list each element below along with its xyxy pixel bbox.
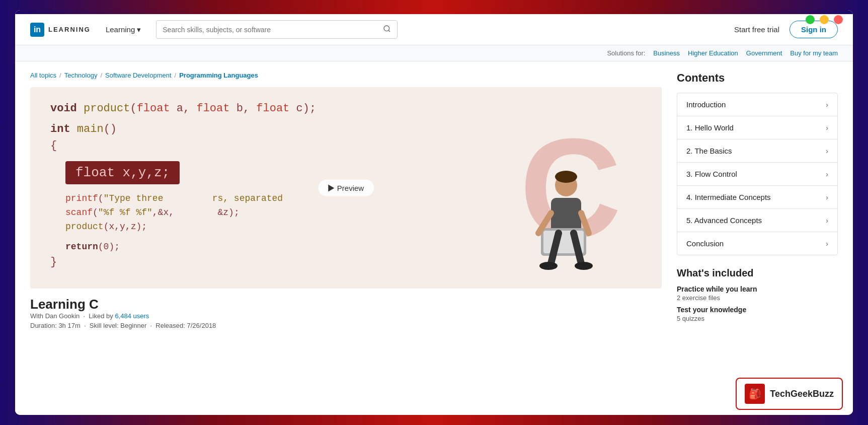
breadcrumb-programming-languages[interactable]: Programming Languages xyxy=(179,72,258,79)
top-gradient-bar xyxy=(15,10,853,14)
contents-item-the-basics[interactable]: 2. The Basics › xyxy=(677,139,837,163)
chevron-down-icon: › xyxy=(826,217,828,225)
video-container[interactable]: void product(float a, float b, float c);… xyxy=(30,87,662,289)
breadcrumb-technology[interactable]: Technology xyxy=(64,72,98,79)
svg-line-1 xyxy=(388,30,390,32)
course-details: Duration: 3h 17m · Skill level: Beginner… xyxy=(30,322,662,329)
learning-dropdown[interactable]: Learning ▾ xyxy=(101,22,146,37)
chevron-down-icon: › xyxy=(826,193,828,201)
traffic-lights xyxy=(806,15,843,24)
highlighted-code: float x,y,z; xyxy=(65,161,180,184)
solutions-business[interactable]: Business xyxy=(653,49,680,57)
traffic-light-green[interactable] xyxy=(806,15,815,24)
dropdown-chevron-icon: ▾ xyxy=(137,25,141,34)
included-knowledge-sub: 5 quizzes xyxy=(677,315,838,322)
svg-point-12 xyxy=(575,262,593,270)
included-knowledge: Test your knowledge 5 quizzes xyxy=(677,306,838,322)
what-included-title: What's included xyxy=(677,267,838,279)
solutions-label: Solutions for: xyxy=(607,49,645,57)
contents-item-intermediate-concepts[interactable]: 4. Intermediate Concepts › xyxy=(677,186,837,209)
contents-item-introduction[interactable]: Introduction › xyxy=(677,93,837,116)
linkedin-logo[interactable]: in LEARNING xyxy=(30,23,91,37)
traffic-light-yellow[interactable] xyxy=(820,15,829,24)
preview-label: Preview xyxy=(337,184,364,192)
search-bar xyxy=(156,20,398,39)
breadcrumb: All topics / Technology / Software Devel… xyxy=(30,72,662,79)
left-content: All topics / Technology / Software Devel… xyxy=(30,72,662,405)
course-meta: With Dan Gookin · Liked by 6,484 users xyxy=(30,312,662,320)
course-title: Learning C xyxy=(30,297,662,312)
course-info: Learning C With Dan Gookin · Liked by 6,… xyxy=(30,297,662,329)
included-practice-heading: Practice while you learn xyxy=(677,285,838,293)
breadcrumb-all-topics[interactable]: All topics xyxy=(30,72,56,79)
included-knowledge-heading: Test your knowledge xyxy=(677,306,838,314)
preview-button[interactable]: Preview xyxy=(318,180,374,196)
contents-title: Contents xyxy=(677,72,838,85)
play-icon xyxy=(328,184,334,191)
header: in LEARNING Learning ▾ Start free trial … xyxy=(15,14,853,45)
svg-point-0 xyxy=(384,26,389,31)
linkedin-icon: in xyxy=(30,23,44,37)
person-figure xyxy=(521,168,611,278)
solutions-bar: Solutions for: Business Higher Education… xyxy=(15,45,853,61)
start-free-trial-link[interactable]: Start free trial xyxy=(734,25,779,34)
search-button[interactable] xyxy=(383,25,391,34)
included-practice-sub: 2 exercise files xyxy=(677,294,838,302)
svg-point-3 xyxy=(555,171,577,183)
right-sidebar: Contents Introduction › 1. Hello World ›… xyxy=(677,72,838,405)
breadcrumb-software-development[interactable]: Software Development xyxy=(105,72,172,79)
search-input[interactable] xyxy=(163,26,379,34)
chevron-down-icon: › xyxy=(826,240,828,248)
chevron-down-icon: › xyxy=(826,170,828,178)
contents-item-conclusion[interactable]: Conclusion › xyxy=(677,232,837,255)
learning-brand-text: LEARNING xyxy=(48,26,91,33)
svg-point-11 xyxy=(539,262,558,270)
techgeekbuzz-icon: 🎒 xyxy=(745,384,765,404)
contents-item-hello-world[interactable]: 1. Hello World › xyxy=(677,116,837,139)
solutions-government[interactable]: Government xyxy=(746,49,782,57)
solutions-buy-for-team[interactable]: Buy for my team xyxy=(790,49,838,57)
included-practice: Practice while you learn 2 exercise file… xyxy=(677,285,838,302)
solutions-higher-education[interactable]: Higher Education xyxy=(688,49,738,57)
chevron-down-icon: › xyxy=(826,124,828,132)
contents-item-flow-control[interactable]: 3. Flow Control › xyxy=(677,163,837,186)
contents-list: Introduction › 1. Hello World › 2. The B… xyxy=(677,93,838,255)
techgeekbuzz-badge: 🎒 TechGeekBuzz xyxy=(736,378,843,410)
chevron-down-icon: › xyxy=(826,147,828,155)
contents-item-advanced-concepts[interactable]: 5. Advanced Concepts › xyxy=(677,209,837,232)
traffic-light-red[interactable] xyxy=(834,15,843,24)
main-content: All topics / Technology / Software Devel… xyxy=(15,61,853,415)
chevron-down-icon: › xyxy=(826,101,828,109)
techgeekbuzz-text: TechGeekBuzz xyxy=(770,389,834,399)
svg-rect-4 xyxy=(551,198,581,233)
